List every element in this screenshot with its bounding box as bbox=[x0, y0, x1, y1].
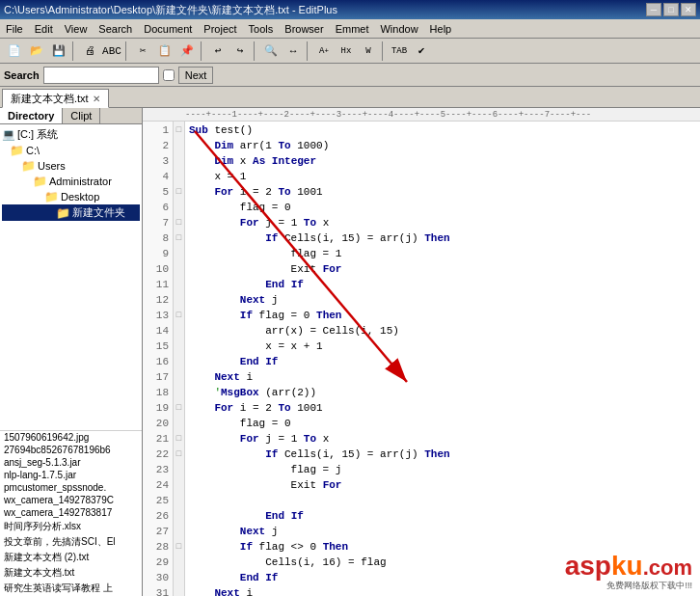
new-button[interactable]: 📄 bbox=[4, 41, 25, 62]
toolbar: 📄 📂 💾 🖨 ABC ✂ 📋 📌 ↩ ↪ 🔍 ↔ A+ Hx W TAB ✔ bbox=[0, 39, 700, 64]
list-item[interactable]: 投文章前，先搞清SCI、El bbox=[0, 534, 142, 550]
print-button[interactable]: 🖨 bbox=[79, 41, 100, 62]
folder-c-label: C:\ bbox=[26, 145, 40, 156]
list-item[interactable]: wx_camera_1492783817 bbox=[0, 506, 142, 519]
find-button[interactable]: 🔍 bbox=[260, 41, 282, 62]
code-lines[interactable]: Sub test() Dim arr(1 To 1000) Dim x As I… bbox=[185, 122, 700, 596]
tree-folder-admin[interactable]: 📁 Administrator bbox=[2, 174, 140, 189]
drive-icon: 💻 bbox=[2, 128, 15, 141]
replace-button[interactable]: ↔ bbox=[283, 41, 304, 62]
menu-file[interactable]: File bbox=[0, 19, 29, 38]
sidebar-tab-directory[interactable]: Directory bbox=[0, 108, 63, 123]
list-item[interactable]: 1507960619642.jpg bbox=[0, 431, 142, 444]
code-line: If Cells(i, 15) = arr(j) Then bbox=[189, 447, 700, 462]
tree-folder-c[interactable]: 📁 C:\ bbox=[2, 143, 140, 158]
menu-browser[interactable]: Browser bbox=[279, 19, 329, 38]
code-line: flag = 0 bbox=[189, 200, 700, 215]
copy-button[interactable]: 📋 bbox=[154, 41, 175, 62]
code-line: x = 1 bbox=[189, 169, 700, 184]
font-size-button[interactable]: A+ bbox=[313, 41, 335, 62]
case-sensitive-checkbox[interactable] bbox=[163, 69, 175, 81]
code-line: For j = 1 To x bbox=[189, 215, 700, 230]
folder-new-label: 新建文件夹 bbox=[72, 205, 125, 220]
undo-button[interactable]: ↩ bbox=[207, 41, 229, 62]
sidebar-tree[interactable]: 💻 [C:] 系统 📁 C:\ 📁 Users 📁 Administrator … bbox=[0, 124, 142, 430]
code-content[interactable]: 1234567891011121314151617181920212223242… bbox=[143, 122, 700, 596]
watermark-suffix: .com bbox=[643, 555, 692, 580]
minimize-button[interactable]: ─ bbox=[646, 3, 661, 16]
cut-button[interactable]: ✂ bbox=[132, 41, 153, 62]
check-button[interactable]: ✔ bbox=[411, 41, 432, 62]
main-content: Directory Clipt 💻 [C:] 系统 📁 C:\ 📁 Users … bbox=[0, 108, 700, 596]
code-line: Dim arr(1 To 1000) bbox=[189, 138, 700, 153]
sidebar-tab-clipt[interactable]: Clipt bbox=[63, 108, 100, 123]
tree-folder-desktop[interactable]: 📁 Desktop bbox=[2, 189, 140, 204]
menu-edit[interactable]: Edit bbox=[29, 19, 59, 38]
file-tab[interactable]: 新建文本文档.txt ✕ bbox=[2, 89, 109, 108]
tree-folder-new[interactable]: 📁 新建文件夹 bbox=[2, 204, 140, 221]
folder-users-label: Users bbox=[38, 160, 66, 172]
code-ruler: ----+----1----+----2----+----3----+----4… bbox=[143, 108, 700, 122]
redo-button[interactable]: ↪ bbox=[229, 41, 251, 62]
code-fold: □□□□□□□□□□□ bbox=[174, 122, 185, 596]
search-bar: Search Next bbox=[0, 64, 700, 87]
watermark-sub: 免费网络版权下载中!!! bbox=[565, 580, 692, 592]
menu-document[interactable]: Document bbox=[138, 19, 198, 38]
folder-users-icon: 📁 bbox=[21, 159, 36, 173]
toolbar-sep-5 bbox=[307, 41, 310, 61]
tab-button[interactable]: TAB bbox=[389, 41, 410, 62]
spell-button[interactable]: ABC bbox=[101, 41, 122, 62]
list-item[interactable]: nlp-lang-1.7.5.jar bbox=[0, 469, 142, 481]
menu-project[interactable]: Project bbox=[198, 19, 242, 38]
toolbar-sep-2 bbox=[125, 41, 129, 61]
code-line: Next j bbox=[189, 524, 700, 539]
maximize-button[interactable]: □ bbox=[663, 3, 679, 16]
code-line: End If bbox=[189, 354, 700, 369]
code-line: If Cells(i, 15) = arr(j) Then bbox=[189, 230, 700, 246]
save-button[interactable]: 💾 bbox=[48, 41, 69, 62]
list-item[interactable]: ansj_seg-5.1.3.jar bbox=[0, 456, 142, 469]
menu-search[interactable]: Search bbox=[93, 19, 138, 38]
watermark-accent: ku bbox=[611, 551, 643, 581]
code-line: Exit For bbox=[189, 477, 700, 493]
search-input[interactable] bbox=[43, 67, 159, 84]
watermark: aspku.com 免费网络版权下载中!!! bbox=[557, 549, 700, 596]
code-line bbox=[189, 493, 700, 508]
tab-close-icon[interactable]: ✕ bbox=[93, 94, 100, 104]
list-item[interactable]: 新建文本文档.txt bbox=[0, 565, 142, 581]
code-line: flag = 1 bbox=[189, 246, 700, 261]
code-line: Sub test() bbox=[189, 122, 700, 138]
file-list: 1507960619642.jpg 27694bc85267678196b6 a… bbox=[0, 430, 142, 596]
list-item[interactable]: pmcustomer_spssnode. bbox=[0, 481, 142, 494]
menu-view[interactable]: View bbox=[59, 19, 94, 38]
code-line: End If bbox=[189, 277, 700, 292]
list-item[interactable]: 新建文本文档 (2).txt bbox=[0, 550, 142, 565]
search-label: Search bbox=[4, 69, 40, 81]
menu-tools[interactable]: Tools bbox=[243, 19, 280, 38]
next-button-1[interactable]: Next bbox=[178, 67, 214, 84]
open-button[interactable]: 📂 bbox=[26, 41, 47, 62]
list-item[interactable]: 27694bc85267678196b6 bbox=[0, 444, 142, 456]
tree-folder-users[interactable]: 📁 Users bbox=[2, 158, 140, 174]
menu-window[interactable]: Window bbox=[374, 19, 423, 38]
list-item[interactable]: wx_camera_149278379C bbox=[0, 494, 142, 506]
sidebar-tabs: Directory Clipt bbox=[0, 108, 142, 124]
code-line: For i = 2 To 1001 bbox=[189, 184, 700, 200]
code-line: For i = 2 To 1001 bbox=[189, 400, 700, 416]
sidebar: Directory Clipt 💻 [C:] 系统 📁 C:\ 📁 Users … bbox=[0, 108, 143, 596]
tree-drive-item[interactable]: 💻 [C:] 系统 bbox=[2, 126, 140, 143]
folder-new-icon: 📁 bbox=[56, 206, 70, 220]
code-line: flag = 0 bbox=[189, 416, 700, 431]
menu-bar: File Edit View Search Document Project T… bbox=[0, 19, 700, 39]
list-item[interactable]: 时间序列分析.xlsx bbox=[0, 519, 142, 534]
menu-emmet[interactable]: Emmet bbox=[330, 19, 375, 38]
list-item[interactable]: 研究生英语读写译教程 上 bbox=[0, 581, 142, 596]
font-w-button[interactable]: W bbox=[358, 41, 379, 62]
toolbar-sep-4 bbox=[254, 41, 257, 61]
paste-button[interactable]: 📌 bbox=[176, 41, 198, 62]
code-line: 'MsgBox (arr(2)) bbox=[189, 385, 700, 400]
close-button[interactable]: ✕ bbox=[681, 3, 696, 16]
folder-desktop-icon: 📁 bbox=[44, 190, 59, 203]
font-hx-button[interactable]: Hx bbox=[336, 41, 357, 62]
menu-help[interactable]: Help bbox=[424, 19, 458, 38]
